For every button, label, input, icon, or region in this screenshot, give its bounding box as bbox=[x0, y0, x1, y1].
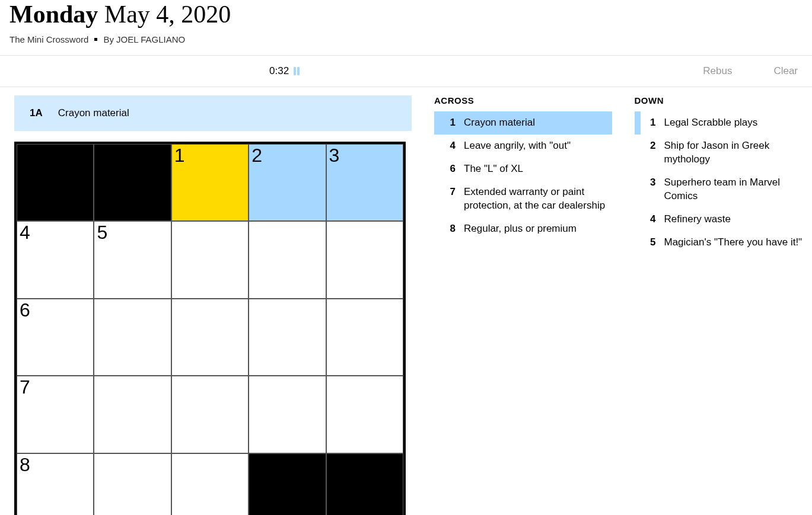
title-day: Monday bbox=[9, 1, 98, 28]
title-date: May 4, 2020 bbox=[104, 1, 231, 28]
clue-text: The "L" of XL bbox=[464, 162, 606, 176]
clue-text: Crayon material bbox=[464, 116, 606, 130]
clue-down-4[interactable]: 4Refinery waste bbox=[635, 208, 813, 231]
clue-text: Legal Scrabble plays bbox=[664, 116, 807, 130]
clue-number: 8 bbox=[440, 222, 456, 236]
across-heading: ACROSS bbox=[434, 95, 612, 105]
cell-number: 8 bbox=[20, 454, 30, 476]
grid-cell[interactable]: 1 bbox=[171, 144, 249, 221]
clue-across-8[interactable]: 8Regular, plus or premium bbox=[434, 217, 612, 241]
grid-cell[interactable] bbox=[249, 221, 326, 298]
clue-number: 7 bbox=[440, 185, 456, 213]
cell-number: 4 bbox=[20, 222, 30, 244]
clue-across-1[interactable]: 1Crayon material bbox=[434, 111, 612, 135]
down-heading: DOWN bbox=[635, 95, 813, 105]
clue-down-5[interactable]: 5Magician's "There you have it!" bbox=[635, 231, 813, 254]
clue-number: 1 bbox=[440, 116, 456, 130]
puzzle-name: The Mini Crossword bbox=[9, 34, 88, 44]
grid-cell[interactable]: 4 bbox=[17, 221, 94, 298]
grid-cell[interactable] bbox=[249, 376, 326, 453]
header: Monday May 4, 2020 The Mini Crossword By… bbox=[0, 0, 812, 55]
cell-number: 2 bbox=[251, 145, 262, 167]
clue-down-1[interactable]: 1Legal Scrabble plays bbox=[635, 111, 813, 135]
down-list: DOWN 1Legal Scrabble plays2Ship for Jaso… bbox=[635, 95, 813, 515]
grid-cell[interactable] bbox=[171, 453, 249, 515]
current-clue-text: Crayon material bbox=[58, 107, 129, 119]
grid-cell[interactable] bbox=[249, 299, 326, 376]
clue-down-2[interactable]: 2Ship for Jason in Greek mythology bbox=[635, 135, 813, 171]
clue-across-4[interactable]: 4Leave angrily, with "out" bbox=[434, 135, 612, 158]
cell-number: 5 bbox=[97, 222, 107, 244]
grid-cell[interactable] bbox=[326, 221, 403, 298]
crossword-grid[interactable]: 12345678 bbox=[14, 142, 406, 515]
cell-number: 7 bbox=[20, 376, 30, 398]
grid-cell[interactable]: 3 bbox=[326, 144, 403, 221]
clue-text: Extended warranty or paint protection, a… bbox=[464, 185, 606, 213]
clue-number: 4 bbox=[641, 213, 656, 226]
grid-cell[interactable]: 5 bbox=[94, 221, 171, 298]
clear-button[interactable]: Clear bbox=[773, 65, 798, 77]
timer-value: 0:32 bbox=[269, 65, 289, 77]
grid-cell[interactable] bbox=[171, 221, 249, 298]
grid-cell[interactable]: 6 bbox=[17, 299, 94, 376]
clue-number: 6 bbox=[440, 162, 456, 176]
grid-cell-black bbox=[94, 144, 171, 221]
grid-cell[interactable]: 8 bbox=[17, 453, 94, 515]
clue-text: Leave angrily, with "out" bbox=[464, 139, 606, 153]
grid-cell-black bbox=[249, 453, 326, 515]
rebus-button[interactable]: Rebus bbox=[703, 65, 732, 77]
clue-down-3[interactable]: 3Superhero team in Marvel Comics bbox=[635, 171, 813, 208]
clue-text: Magician's "There you have it!" bbox=[664, 236, 807, 249]
byline: By JOEL FAGLIANO bbox=[103, 34, 185, 44]
clue-text: Superhero team in Marvel Comics bbox=[664, 176, 807, 203]
grid-cell[interactable] bbox=[326, 376, 403, 453]
grid-cell[interactable] bbox=[171, 299, 249, 376]
grid-cell[interactable] bbox=[94, 453, 171, 515]
grid-cell[interactable] bbox=[94, 299, 171, 376]
cell-number: 6 bbox=[20, 299, 30, 321]
current-clue-number: 1A bbox=[30, 107, 43, 119]
page-title: Monday May 4, 2020 bbox=[9, 0, 803, 28]
across-list: ACROSS 1Crayon material4Leave angrily, w… bbox=[434, 95, 612, 515]
grid-cell[interactable]: 7 bbox=[17, 376, 94, 453]
clue-text: Ship for Jason in Greek mythology bbox=[664, 139, 807, 167]
cell-number: 3 bbox=[329, 145, 340, 167]
grid-cell[interactable] bbox=[94, 376, 171, 453]
clue-number: 4 bbox=[440, 139, 456, 153]
clue-number: 5 bbox=[641, 236, 656, 249]
timer[interactable]: 0:32 bbox=[269, 65, 300, 77]
clue-number: 3 bbox=[641, 176, 656, 203]
grid-cell-black bbox=[17, 144, 94, 221]
grid-cell[interactable] bbox=[171, 376, 249, 453]
current-clue-bar[interactable]: 1A Crayon material bbox=[14, 95, 412, 131]
toolbar: 0:32 Rebus Clear bbox=[0, 55, 812, 87]
grid-cell[interactable] bbox=[326, 299, 403, 376]
grid-cell[interactable]: 2 bbox=[249, 144, 326, 221]
separator-icon bbox=[94, 38, 97, 41]
grid-cell-black bbox=[326, 453, 403, 515]
subtitle: The Mini Crossword By JOEL FAGLIANO bbox=[9, 34, 803, 44]
clue-text: Regular, plus or premium bbox=[464, 222, 606, 236]
clue-across-7[interactable]: 7Extended warranty or paint protection, … bbox=[434, 181, 612, 217]
clue-text: Refinery waste bbox=[664, 213, 807, 226]
pause-icon[interactable] bbox=[294, 67, 300, 75]
clue-across-6[interactable]: 6The "L" of XL bbox=[434, 158, 612, 181]
clue-number: 1 bbox=[641, 116, 656, 130]
clue-number: 2 bbox=[641, 139, 656, 167]
cell-number: 1 bbox=[174, 145, 185, 167]
